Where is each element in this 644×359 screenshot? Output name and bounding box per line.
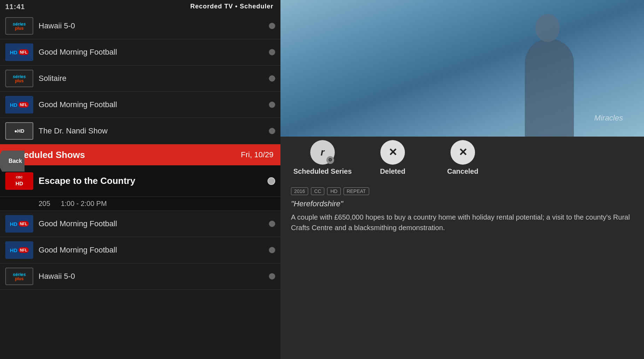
action-row: r ⚙ Scheduled Series ✕ Deleted ✕ Cancele… <box>280 137 644 179</box>
description: A couple with £650,000 hopes to buy a co… <box>291 212 633 233</box>
year-badge: 2016 <box>291 187 308 195</box>
show-title: Good Morning Football <box>39 48 269 57</box>
recording-dot <box>267 177 275 185</box>
show-title: Hawaii 5-0 <box>39 272 269 281</box>
canceled-icon: ✕ <box>450 140 475 165</box>
record-dot <box>269 102 275 108</box>
gear-icon: ⚙ <box>326 156 334 164</box>
cc-badge: CC <box>311 187 324 195</box>
series-plus-logo: séries plus <box>5 17 33 35</box>
badges-row: 2016 CC HD REPEAT <box>291 187 633 195</box>
record-dot <box>269 23 275 29</box>
header-title: Recorded TV • Scheduler <box>190 3 273 10</box>
list-item[interactable]: HD NFL Good Morning Football <box>0 211 280 237</box>
cbc-hd-logo: CBC HD <box>5 172 33 190</box>
list-item[interactable]: séries plus Hawaii 5-0 <box>0 263 280 290</box>
back-label: Back <box>4 158 22 164</box>
record-dot <box>269 247 275 253</box>
deleted-button[interactable]: ✕ Deleted <box>358 138 428 177</box>
list-item[interactable]: séries plus Hawaii 5-0 <box>0 13 280 39</box>
show-title: The Dr. Nandi Show <box>39 126 269 136</box>
video-overlay-text: Miracles <box>594 113 623 123</box>
record-dot <box>269 273 275 279</box>
list-item[interactable]: HD NFL Good Morning Football <box>0 237 280 263</box>
record-dot <box>269 128 275 134</box>
selected-show-title: Escape to the Country <box>39 175 267 186</box>
list-item[interactable]: HD NFL Good Morning Football <box>0 92 280 118</box>
info-section: 2016 CC HD REPEAT "Herefordshire" A coup… <box>280 179 644 359</box>
series-plus-logo: séries plus <box>5 70 33 87</box>
list-item[interactable]: HD NFL Good Morning Football <box>0 39 280 65</box>
top-bar: 11:41 Recorded TV • Scheduler <box>0 0 280 13</box>
hd-nfl-logo: HD NFL <box>5 241 33 259</box>
hd-nfl-logo: HD NFL <box>5 43 33 61</box>
list-item[interactable]: ●HD The Dr. Nandi Show <box>0 118 280 144</box>
video-preview: Miracles <box>280 0 644 137</box>
sub-info: 205 1:00 - 2:00 PM <box>0 197 280 211</box>
scheduled-shows-date: Fri, 10/29 <box>241 150 273 159</box>
hd-nfl-logo: HD NFL <box>5 215 33 233</box>
time-range: 1:00 - 2:00 PM <box>61 200 107 208</box>
deleted-icon: ✕ <box>380 140 405 165</box>
scheduled-series-icon: r ⚙ <box>310 140 335 165</box>
show-title: Good Morning Football <box>39 100 269 109</box>
record-dot <box>269 75 275 82</box>
back-button[interactable]: Back <box>0 151 25 172</box>
record-dot <box>269 221 275 227</box>
repeat-badge: REPEAT <box>344 187 369 195</box>
episode-title: "Herefordshire" <box>291 199 633 208</box>
record-dot <box>269 49 275 55</box>
show-title: Good Morning Football <box>39 219 269 228</box>
scheduled-series-button[interactable]: r ⚙ Scheduled Series <box>287 138 358 177</box>
scheduled-shows-header[interactable]: Scheduled Shows Fri, 10/29 <box>0 144 280 165</box>
deleted-label: Deleted <box>380 167 405 175</box>
show-title: Good Morning Football <box>39 246 269 255</box>
right-panel: Miracles r ⚙ Scheduled Series ✕ Deleted … <box>280 0 644 359</box>
show-title: Solitaire <box>39 74 269 83</box>
series-plus-logo: séries plus <box>5 268 33 285</box>
left-panel: 11:41 Recorded TV • Scheduler séries plu… <box>0 0 280 359</box>
hd-badge: HD <box>327 187 340 195</box>
hd-nfl-logo: HD NFL <box>5 96 33 113</box>
ohd-logo: ●HD <box>5 122 33 140</box>
canceled-button[interactable]: ✕ Canceled <box>428 138 498 177</box>
canceled-label: Canceled <box>447 167 479 175</box>
channel-number: 205 <box>39 200 50 208</box>
list-item[interactable]: séries plus Solitaire <box>0 65 280 92</box>
scheduled-series-label: Scheduled Series <box>293 167 352 175</box>
show-title: Hawaii 5-0 <box>39 21 269 30</box>
time-display: 11:41 <box>5 3 25 11</box>
selected-list-item[interactable]: CBC HD Escape to the Country <box>0 165 280 197</box>
